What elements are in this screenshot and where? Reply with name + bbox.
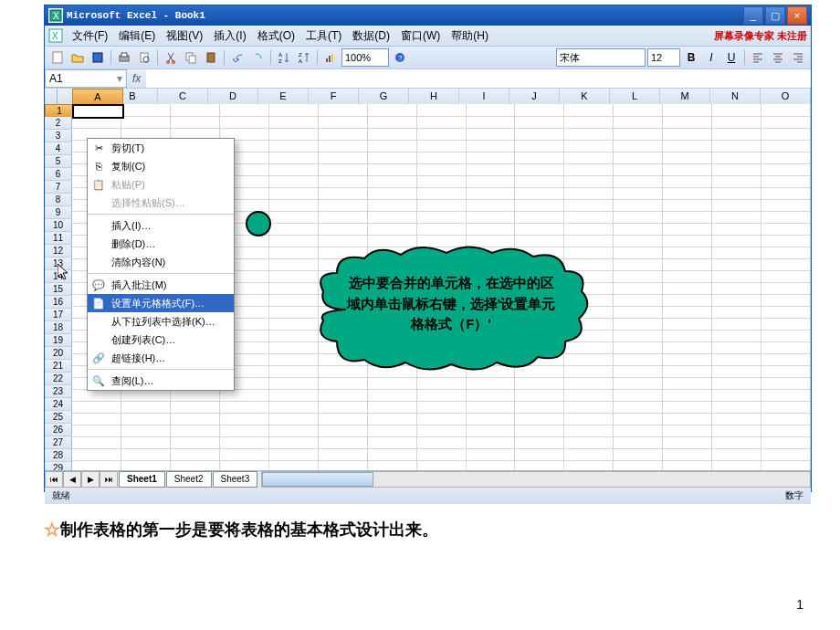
cell[interactable] [614,270,663,283]
tab-nav-last[interactable]: ⏭ [100,471,118,488]
cell[interactable] [761,448,811,461]
cell[interactable] [712,377,761,390]
cell[interactable] [614,163,663,176]
fx-label[interactable]: fx [127,72,146,85]
cm-hyperlink[interactable]: 🔗超链接(H)… [88,349,234,367]
col-header[interactable]: H [409,89,459,104]
cell[interactable] [417,128,467,141]
cell[interactable] [467,436,516,449]
row-header[interactable]: 8 [45,194,72,206]
cell[interactable] [121,401,171,414]
cell[interactable] [614,353,663,366]
cell[interactable] [269,140,319,152]
menu-data[interactable]: 数据(D) [347,26,395,46]
cell[interactable] [614,211,663,224]
cell[interactable] [663,294,712,307]
menu-tools[interactable]: 工具(T) [300,26,347,46]
cell[interactable] [368,128,417,141]
cell[interactable] [564,223,614,236]
cell[interactable] [467,140,516,152]
cell[interactable] [269,389,319,402]
cell[interactable] [121,413,171,425]
cell[interactable] [319,116,368,129]
cell[interactable] [712,104,761,117]
cell[interactable] [319,175,368,188]
cell[interactable] [515,199,564,212]
cell[interactable] [663,282,712,295]
row-header[interactable]: 24 [45,398,72,411]
cell[interactable] [614,116,663,129]
cm-paste[interactable]: 📋粘贴(P) [88,175,234,194]
cell[interactable] [712,199,761,212]
cell[interactable] [663,401,712,414]
cell[interactable] [319,187,368,200]
cell[interactable] [319,223,368,236]
sheet-tab-3[interactable]: Sheet3 [213,471,258,488]
cell[interactable] [269,199,319,212]
cell[interactable] [564,140,614,152]
row-header[interactable]: 10 [45,219,72,232]
cell[interactable] [171,413,220,425]
row-header[interactable]: 20 [45,347,72,360]
cell[interactable] [564,175,614,188]
col-header[interactable]: C [158,89,208,104]
cell[interactable] [712,413,761,425]
cell[interactable] [515,448,564,461]
cell[interactable] [368,401,417,414]
cell[interactable] [564,152,614,164]
col-header[interactable]: G [359,89,409,104]
cell[interactable] [712,425,761,437]
cell[interactable] [712,270,761,283]
chart-button[interactable] [321,48,340,67]
cell[interactable] [761,330,811,342]
cell[interactable] [761,425,811,437]
cell[interactable] [269,187,319,200]
row-header[interactable]: 17 [45,309,72,321]
cell[interactable] [712,235,761,247]
col-header[interactable]: J [509,89,560,104]
cm-paste-special[interactable]: 选择性粘贴(S)… [88,194,234,212]
cell[interactable] [712,353,761,366]
cell[interactable] [319,377,368,390]
copy-button[interactable] [182,48,200,67]
maximize-button[interactable]: ▢ [765,6,785,25]
cell[interactable] [220,401,269,414]
col-header[interactable]: D [208,89,258,104]
cell[interactable] [663,140,712,152]
cell[interactable] [417,413,467,425]
cell[interactable] [319,140,368,152]
cell[interactable] [220,389,269,402]
cell[interactable] [269,163,319,176]
cell[interactable] [368,389,417,402]
cell[interactable] [121,460,171,470]
minimize-button[interactable]: _ [743,6,763,25]
help-button[interactable]: ? [391,48,409,67]
cm-copy[interactable]: ⎘复制(C) [88,157,234,175]
cell[interactable] [72,436,121,449]
cell[interactable] [663,448,712,461]
cell[interactable] [72,460,121,470]
cell[interactable] [564,104,614,117]
cell[interactable] [319,128,368,141]
cell[interactable] [614,401,663,414]
cell[interactable] [269,211,319,224]
cell[interactable] [761,211,811,224]
cell[interactable] [663,163,712,176]
cell[interactable] [467,187,516,200]
menu-help[interactable]: 帮助(H) [446,26,494,46]
cell[interactable] [121,116,171,129]
cell[interactable] [614,436,663,449]
sort-desc-button[interactable]: ZA [295,48,313,67]
cell[interactable] [761,436,811,449]
save-button[interactable] [89,48,107,67]
cell[interactable] [319,163,368,176]
cell[interactable] [417,211,467,224]
cell[interactable] [614,365,663,378]
cell[interactable] [368,425,417,437]
cell[interactable] [368,187,417,200]
cm-clear[interactable]: 清除内容(N) [88,253,234,271]
preview-button[interactable] [135,48,153,67]
cell[interactable] [614,413,663,425]
cell[interactable] [564,389,614,402]
cell[interactable] [663,199,712,212]
